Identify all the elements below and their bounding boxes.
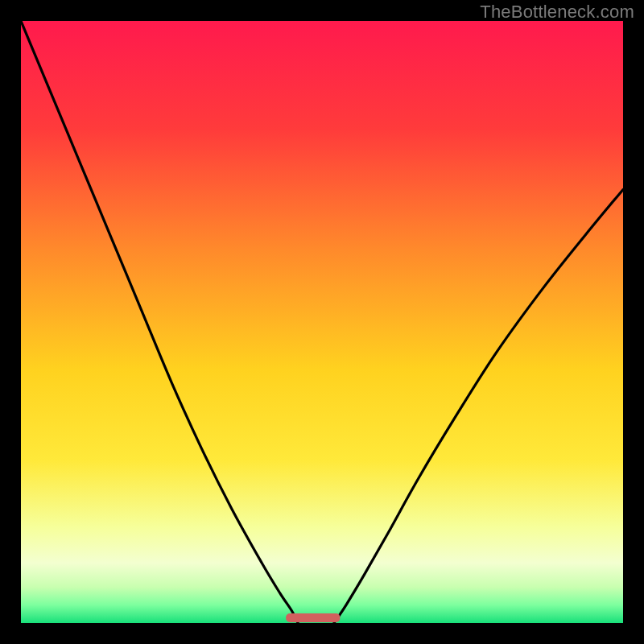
chart-canvas: TheBottleneck.com: [0, 0, 644, 644]
bottom-marker-bar: [286, 613, 340, 622]
gradient-background: [21, 21, 623, 623]
plot-area: [21, 21, 623, 623]
watermark-text: TheBottleneck.com: [480, 2, 634, 23]
plot-svg: [21, 21, 623, 623]
